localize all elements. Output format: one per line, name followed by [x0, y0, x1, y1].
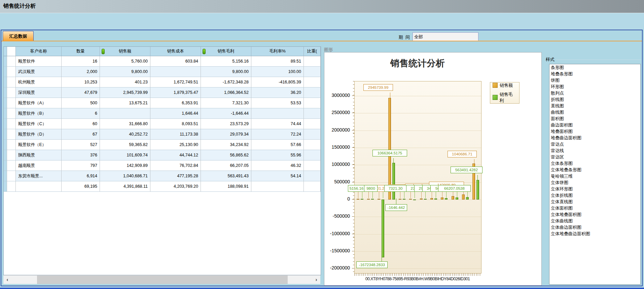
legend-entry: 销售额 — [493, 82, 517, 88]
style-list-item[interactable]: 立体曲边面积图 — [549, 224, 640, 230]
scrollbar-thumb[interactable] — [37, 276, 288, 284]
bar-profit — [424, 199, 427, 200]
table-cell — [4, 140, 7, 150]
table-row[interactable]: 顺景软件（E）52759,365.8225,130.9034,234.9257.… — [4, 140, 321, 150]
style-list-item[interactable]: 散列点 — [549, 90, 640, 96]
table-cell: 深圳顺景 — [16, 87, 62, 98]
table-cell — [7, 160, 16, 171]
style-list-item[interactable]: 堆叠曲边面积图 — [549, 135, 640, 141]
y-axis-major-tick — [352, 234, 354, 234]
table-cell: 188,098.91 — [201, 181, 251, 192]
bar-profit — [371, 199, 374, 200]
table-row[interactable]: 深圳顺景47,6792,945,739.991,879,375.471,066,… — [4, 87, 321, 98]
label-leader-stub — [415, 192, 415, 198]
y-axis-major-tick — [352, 130, 354, 131]
table-cell: 89.51 — [251, 56, 304, 67]
y-axis-tick-label: 2000000 — [326, 127, 350, 133]
style-list-item[interactable]: 立体环形图 — [549, 186, 640, 192]
table-row[interactable]: 顺景软件（A）50013,675.216,353.917,321.3053.53 — [4, 98, 321, 108]
style-list-item[interactable]: 曼哈顿三维 — [549, 173, 640, 179]
table-cell — [4, 150, 7, 160]
table-cell: 74.44 — [251, 119, 304, 129]
table-row[interactable]: 顺景软件165,760.00603.845,156.1689.51 — [4, 56, 321, 67]
tab-summary-data[interactable]: 汇总数据 — [3, 31, 34, 41]
chart-point-label: -1646.442 — [385, 204, 407, 211]
table-cell: 36.20 — [251, 87, 304, 98]
chart-plot-area: 13675.2131666.8040252.7259365.82101609.7… — [354, 81, 481, 274]
label-leader-line — [396, 198, 396, 204]
bar-profit — [361, 199, 363, 200]
style-list-item[interactable]: 立体直线图 — [549, 198, 640, 205]
style-list-item[interactable]: 雷达点 — [549, 141, 640, 147]
scroll-right-arrow[interactable]: › — [312, 276, 320, 284]
style-list-item[interactable]: 雷达线 — [549, 147, 640, 154]
style-list-item[interactable]: 立体条形图 — [549, 160, 640, 167]
table-cell — [304, 56, 321, 67]
table-row[interactable]: 陕西顺景376101,609.7444,744.1256,865.6255.96 — [4, 150, 321, 160]
gridline — [355, 131, 481, 131]
table-row[interactable]: 顺景软件（C）6031,666.808,093.5123,573.2974.44 — [4, 119, 321, 129]
table-row[interactable]: 顺景软件（B）61,646.44-1,646.44 — [4, 108, 321, 119]
table-cell: 顺景软件（A） — [16, 98, 62, 108]
table-cell — [304, 119, 321, 129]
chart-point-label: 2945739.99 — [363, 84, 393, 91]
style-list-item[interactable]: 饼图 — [549, 77, 640, 83]
style-list-item[interactable]: 堆叠面积图 — [549, 128, 640, 135]
scroll-left-arrow[interactable]: ‹ — [3, 276, 11, 284]
style-list-item[interactable]: 面积图 — [549, 115, 640, 122]
table-cell: 5,156.16 — [201, 56, 251, 67]
table-header-cell: 销售额 — [100, 47, 150, 56]
style-list-item[interactable]: 直线图 — [549, 103, 640, 109]
table-cell: 401.23 — [100, 77, 150, 87]
table-cell — [304, 77, 321, 87]
summary-table: 客户名称数量销售额销售成本销售毛利毛利率%比重(顺景软件165,760.0060… — [3, 46, 321, 275]
style-list-item[interactable]: 曲线图 — [549, 109, 640, 115]
y-axis-tick-label: 2500000 — [326, 110, 350, 115]
chart-style-listbox[interactable]: 条形图堆叠条形图饼图环形图散列点折线图直线图曲线图面积图曲边面积图堆叠面积图堆叠… — [549, 64, 641, 285]
style-list-item[interactable]: 雷达区 — [549, 154, 640, 160]
horizontal-scrollbar[interactable]: ‹ › — [3, 275, 320, 284]
bar-sales — [452, 196, 454, 200]
style-list-item[interactable]: 堆叠条形图 — [549, 71, 640, 77]
table-cell: 10,253 — [62, 77, 100, 87]
style-list-item[interactable]: 立体堆叠条形图 — [549, 167, 640, 173]
style-list-item[interactable]: 立体饼图 — [549, 179, 640, 186]
table-row[interactable]: 杭州顺景10,253401.231,672,749.51-1,672,348.2… — [4, 77, 321, 87]
style-list-item[interactable]: 立体堆叠面积图 — [549, 211, 640, 218]
legend-entry: 销售毛利 — [493, 92, 517, 104]
y-axis-major-tick — [352, 96, 354, 96]
style-list-item[interactable]: 曲边面积图 — [549, 122, 640, 128]
gridline — [355, 251, 481, 252]
style-list-item[interactable]: 条形图 — [549, 64, 640, 71]
table-cell — [7, 56, 16, 67]
table-cell — [304, 108, 321, 119]
table-cell — [304, 150, 321, 160]
table-row[interactable]: 顺景软件（D）6740,252.7211,173.3829,079.3472.2… — [4, 129, 321, 140]
style-list-item[interactable]: 立体堆叠曲边面积图 — [549, 230, 640, 237]
style-list-item[interactable]: 折线图 — [549, 96, 640, 103]
chart-point-label: 563491.4282 — [451, 167, 482, 173]
table-cell — [7, 181, 16, 192]
table-cell — [4, 77, 7, 87]
y-axis-tick-label: -2000000 — [326, 265, 350, 270]
label-leader-stub — [383, 192, 383, 198]
y-axis-major-tick — [352, 216, 354, 217]
table-cell — [4, 98, 7, 108]
style-list-item[interactable]: 立体面积图 — [549, 205, 640, 211]
chart-point-label: -1672348.2833 — [356, 261, 388, 268]
table-total-row[interactable]: 69,1954,391,868.114,203,769.20188,098.91 — [4, 181, 321, 192]
table-row[interactable]: 东莞市顺景...6,9141,040,686.71477,195.28563,4… — [4, 171, 321, 181]
table-cell: 44,744.12 — [150, 150, 201, 160]
style-list-item[interactable]: 立体折线图 — [549, 192, 640, 198]
style-list-item[interactable]: 立体曲线图 — [549, 218, 640, 224]
table-row[interactable]: 越南顺景797142,909.8976,702.8466,207.0546.32 — [4, 160, 321, 171]
style-list-item[interactable]: 环形图 — [549, 83, 640, 90]
table-row[interactable]: 武汉顺景2,0009,800.009,800.00100.00 — [4, 67, 321, 77]
table-cell: 101,609.74 — [100, 150, 150, 160]
y-axis-major-tick — [352, 147, 354, 148]
y-axis-tick-label: 500000 — [326, 179, 350, 184]
label-leader-line — [382, 257, 382, 261]
table-cell: 23,573.29 — [201, 119, 251, 129]
table-cell: 57.66 — [251, 140, 304, 150]
bar-sales — [399, 199, 401, 200]
